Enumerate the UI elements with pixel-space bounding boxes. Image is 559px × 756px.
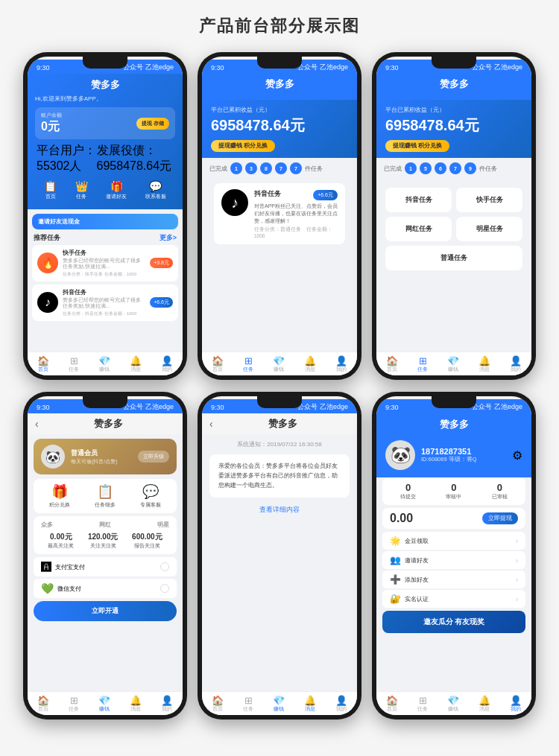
p6-menu-verify[interactable]: 🔐 实名认证 › bbox=[382, 590, 525, 608]
p6-invite-banner[interactable]: 邀友瓜分 有友现奖 bbox=[382, 611, 525, 633]
p1-bn-home[interactable]: 🏠 首页 bbox=[37, 355, 49, 373]
p6-bottom-nav: 🏠首页 ⊞任务 💎赚钱 🔔消息 👤我的 bbox=[376, 691, 531, 715]
p4-opt-tasks[interactable]: 📋 任务细多 bbox=[95, 483, 116, 509]
p1-bn-diamond[interactable]: 💎 赚钱 bbox=[98, 355, 110, 373]
p3-bn-tasks[interactable]: ⊞任务 bbox=[417, 355, 428, 373]
chevron-icon-2: › bbox=[516, 576, 518, 584]
points-icon: 🎁 bbox=[49, 483, 70, 500]
p3-tiktok-task[interactable]: 抖音任务 bbox=[385, 188, 452, 212]
back-arrow-5[interactable]: ‹ bbox=[209, 418, 213, 430]
p2-earnings: 平台已累积收益（元） 6958478.64元 提现赚钱 积分兑换 bbox=[202, 100, 357, 158]
p2-withdraw-btn[interactable]: 提现赚钱 积分兑换 bbox=[211, 140, 275, 152]
screen-5: 9:30 公众号 乙池edge ‹ 赞多多 系统通知：2019/07/22 16… bbox=[202, 396, 357, 715]
p3-bn-me[interactable]: 👤我的 bbox=[510, 355, 522, 373]
p6-menu-verify-left: 🔐 实名认证 bbox=[390, 594, 429, 604]
p5-bn-me[interactable]: 👤我的 bbox=[335, 695, 347, 713]
p5-bn-msg[interactable]: 🔔消息 bbox=[304, 695, 316, 713]
p3-influencer-task[interactable]: 网红任务 bbox=[385, 217, 452, 241]
p1-nav-service[interactable]: 💬 联系客服 bbox=[145, 180, 166, 200]
chevron-icon-1: › bbox=[516, 556, 518, 565]
p4-bn-tasks[interactable]: ⊞任务 bbox=[69, 695, 79, 713]
msg-icon-4: 🔔 bbox=[130, 695, 142, 706]
p5-bottom-nav: 🏠首页 ⊞任务 💎赚钱 🔔消息 👤我的 bbox=[202, 691, 357, 715]
p1-bn-me[interactable]: 👤 我的 bbox=[161, 355, 173, 373]
p5-read-more[interactable]: 查看详细内容 bbox=[209, 505, 350, 515]
p2-bn-diamond[interactable]: 💎赚钱 bbox=[273, 355, 285, 373]
p4-pay-wechat[interactable]: 💚 微信支付 bbox=[34, 579, 177, 598]
p1-nav-member[interactable]: 👑 任务 bbox=[75, 180, 88, 200]
p1-task-name-1: 快手任务 bbox=[63, 249, 145, 257]
p1-task-name-2: 抖音任务 bbox=[63, 288, 145, 296]
p6-bn-msg[interactable]: 🔔消息 bbox=[479, 695, 490, 713]
p1-withdraw-btn[interactable]: 提现 存储 bbox=[136, 118, 169, 130]
p6-bn-diamond[interactable]: 💎赚钱 bbox=[447, 695, 459, 713]
p1-bn-tasks[interactable]: ⊞ 任务 bbox=[69, 355, 79, 373]
p6-profile-info: 18718287351 ID:608069 等级：将Q bbox=[421, 447, 506, 463]
p5-content: 系统通知：2019/07/22 16:30:58 亲爱的各位会员：赞多多平台将各… bbox=[202, 434, 357, 691]
p2-bn-tasks[interactable]: ⊞任务 bbox=[243, 355, 253, 373]
p2-bn-me[interactable]: 👤我的 bbox=[335, 355, 347, 373]
p6-bn-me[interactable]: 👤我的 bbox=[510, 695, 522, 713]
kuaishou-icon: 🔥 bbox=[37, 252, 58, 273]
p3-withdraw-btn[interactable]: 提现赚钱 积分兑换 bbox=[385, 140, 449, 152]
home-icon-4: 🏠 bbox=[37, 695, 49, 706]
p1-bn-msg[interactable]: 🔔 消息 bbox=[130, 355, 142, 373]
p5-bn-diamond[interactable]: 💎赚钱 bbox=[273, 695, 285, 713]
p4-bn-me[interactable]: 👤我的 bbox=[161, 695, 173, 713]
p1-task-info-2: 抖音任务 赞多多已经帮您的账号完成了很多任务奖励,快速拉满... 任务分类：抖音… bbox=[63, 288, 145, 317]
p4-bn-home[interactable]: 🏠首页 bbox=[37, 695, 49, 713]
p4-aud-sub-0: 最高关注奖 bbox=[48, 542, 74, 550]
p2-task-name: 抖音任务 bbox=[254, 189, 281, 199]
status-time-5: 9:30 bbox=[211, 404, 224, 411]
notch-2 bbox=[257, 57, 302, 69]
p3-kuaishou-task[interactable]: 快手任务 bbox=[456, 188, 522, 212]
status-right-1: 公众号 乙池edge bbox=[123, 63, 174, 72]
p6-bn-home[interactable]: 🏠首页 bbox=[386, 695, 398, 713]
p4-opt-points[interactable]: 🎁 积分兑换 bbox=[49, 483, 70, 509]
p6-menu-invite[interactable]: 👥 邀请好友 › bbox=[382, 551, 525, 569]
p4-upgrade-btn[interactable]: 立即升级 bbox=[138, 451, 169, 463]
p4-radio-alipay[interactable] bbox=[160, 562, 169, 571]
phones-grid: 9:30 公众号 乙池edge 赞多多 Hi,欢迎来到赞多多APP。 账户余额 … bbox=[23, 52, 536, 720]
p1-task-kuaishou[interactable]: 🔥 快手任务 赞多多已经帮您的账号完成了很多任务奖励,快速拉满... 任务分类：… bbox=[32, 245, 178, 282]
screen-1: 9:30 公众号 乙池edge 赞多多 Hi,欢迎来到赞多多APP。 账户余额 … bbox=[28, 57, 183, 375]
p5-bn-home[interactable]: 🏠首页 bbox=[212, 695, 224, 713]
p4-opt-service[interactable]: 💬 专属客服 bbox=[140, 483, 161, 509]
p6-menu-add[interactable]: ➕ 添加好友 › bbox=[382, 571, 525, 588]
p1-task-desc-1: 赞多多已经帮您的账号完成了很多任务奖励,快速拉满... bbox=[63, 258, 145, 270]
p3-bn-msg[interactable]: 🔔消息 bbox=[479, 355, 490, 373]
p2-task-unit: 件任务 bbox=[305, 165, 323, 173]
p2-bn-msg[interactable]: 🔔消息 bbox=[304, 355, 316, 373]
p1-task-tiktok[interactable]: ♪ 抖音任务 赞多多已经帮您的账号完成了很多任务奖励,快速拉满... 任务分类：… bbox=[32, 285, 178, 321]
home-icon: 🏠 bbox=[37, 355, 49, 366]
p1-nav-invite[interactable]: 🎁 邀请好友 bbox=[106, 180, 127, 200]
p1-nav-tasks[interactable]: 📋 首页 bbox=[44, 180, 57, 200]
p6-stat-num-2: 0 bbox=[492, 482, 508, 493]
p4-bottom-nav: 🏠首页 ⊞任务 💎赚钱 🔔消息 👤我的 bbox=[28, 691, 183, 715]
p2-earnings-amount: 6958478.64元 bbox=[211, 115, 348, 136]
p6-bn-tasks[interactable]: ⊞任务 bbox=[417, 695, 428, 713]
phone-2: 9:30 公众号 乙池edge 赞多多 平台已累积收益（元） 6958478.6… bbox=[198, 52, 361, 380]
p4-pay-alipay[interactable]: 🅰 支付宝支付 bbox=[34, 557, 177, 576]
p5-bn-tasks[interactable]: ⊞任务 bbox=[243, 695, 253, 713]
p2-bn-home[interactable]: 🏠首页 bbox=[212, 355, 224, 373]
p1-content: 邀请好友送现金 推荐任务 更多> 🔥 快手任务 赞多多已经帮您的账号完成了很多任… bbox=[28, 209, 183, 352]
p6-menu-gold[interactable]: 🌟 金豆领取 › bbox=[382, 532, 525, 550]
me-icon-6: 👤 bbox=[510, 695, 522, 706]
gear-icon[interactable]: ⚙ bbox=[512, 448, 522, 463]
p1-invite-banner[interactable]: 邀请好友送现金 bbox=[32, 214, 178, 229]
p3-normal-task[interactable]: 普通任务 bbox=[385, 246, 522, 270]
p3-celebrity-task[interactable]: 明星任务 bbox=[456, 217, 522, 241]
back-arrow-icon[interactable]: ‹ bbox=[35, 418, 39, 430]
p3-bn-home[interactable]: 🏠首页 bbox=[386, 355, 398, 373]
p6-cashout-btn[interactable]: 立即提现 bbox=[482, 512, 518, 524]
p4-confirm-btn[interactable]: 立即开通 bbox=[34, 601, 177, 621]
p4-bn-msg[interactable]: 🔔消息 bbox=[130, 695, 142, 713]
p4-radio-wechat[interactable] bbox=[160, 584, 169, 593]
p4-bn-diamond[interactable]: 💎赚钱 bbox=[98, 695, 110, 713]
p2-task-card[interactable]: ♪ 抖音任务 +6.6元 对音APP粉丝已关注、点赞后，会员们好友传播，也要在该… bbox=[214, 183, 345, 244]
p4-back-header: ‹ 赞多多 bbox=[28, 413, 183, 434]
p1-more-link[interactable]: 更多> bbox=[160, 233, 177, 243]
p2-earnings-label: 平台已累积收益（元） bbox=[211, 106, 348, 114]
p3-bn-diamond[interactable]: 💎赚钱 bbox=[447, 355, 459, 373]
